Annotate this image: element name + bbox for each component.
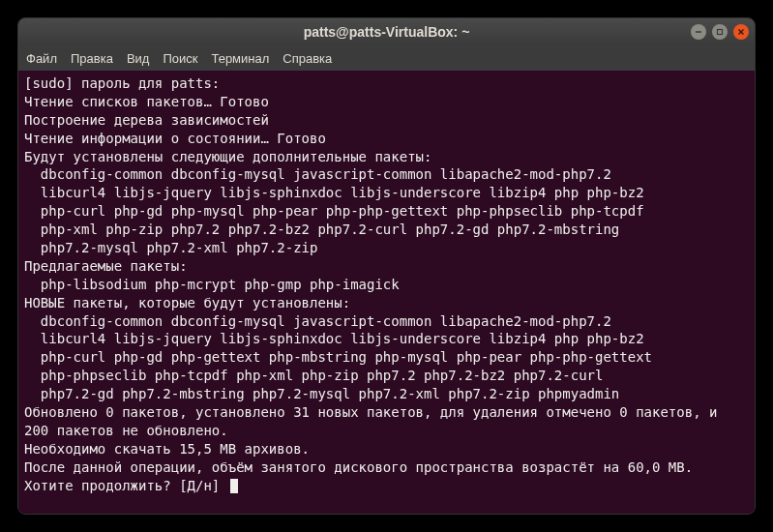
svg-rect-1 — [718, 30, 723, 35]
terminal-line: php-xml php-zip php7.2 php7.2-bz2 php7.2… — [24, 221, 749, 239]
terminal-line: php7.2-mysql php7.2-xml php7.2-zip — [24, 239, 749, 257]
terminal-line: dbconfig-common dbconfig-mysql javascrip… — [24, 165, 749, 184]
terminal-line: php-libsodium php-mcrypt php-gmp php-ima… — [24, 276, 749, 294]
terminal-line: Хотите продолжить? [Д/н] — [24, 477, 749, 495]
minimize-icon — [695, 28, 702, 36]
menu-terminal[interactable]: Терминал — [211, 51, 269, 66]
window-controls — [691, 24, 749, 40]
terminal-line: Обновлено 0 пакетов, установлено 31 новы… — [24, 403, 749, 440]
titlebar[interactable]: patts@patts-VirtualBox: ~ — [18, 18, 755, 45]
terminal-line: Построение дерева зависимостей — [24, 111, 749, 130]
terminal-line: Будут установлены следующие дополнительн… — [24, 148, 749, 166]
menu-edit[interactable]: Правка — [71, 51, 113, 66]
terminal-output[interactable]: [sudo] пароль для patts:Чтение списков п… — [18, 71, 755, 514]
close-icon — [737, 28, 745, 36]
menubar: Файл Правка Вид Поиск Терминал Справка — [18, 45, 755, 71]
terminal-line: Необходимо скачать 15,5 MB архивов. — [24, 440, 749, 458]
cursor — [230, 479, 238, 493]
terminal-line: Чтение списков пакетов… Готово — [24, 93, 749, 111]
maximize-button[interactable] — [712, 24, 728, 40]
terminal-line: php-phpseclib php-tcpdf php-xml php-zip … — [24, 367, 749, 385]
close-button[interactable] — [733, 24, 749, 40]
terminal-line: libcurl4 libjs-jquery libjs-sphinxdoc li… — [24, 184, 749, 202]
menu-help[interactable]: Справка — [282, 51, 332, 66]
menu-file[interactable]: Файл — [26, 51, 57, 66]
maximize-icon — [716, 28, 724, 36]
terminal-line: [sudo] пароль для patts: — [24, 74, 749, 93]
terminal-line: dbconfig-common dbconfig-mysql javascrip… — [24, 312, 749, 331]
menu-search[interactable]: Поиск — [163, 51, 197, 66]
terminal-line: Чтение информации о состоянии… Готово — [24, 130, 749, 148]
terminal-line: libcurl4 libjs-jquery libjs-sphinxdoc li… — [24, 330, 749, 348]
terminal-line: Предлагаемые пакеты: — [24, 257, 749, 276]
terminal-window: patts@patts-VirtualBox: ~ Файл Правка Ви… — [17, 17, 756, 515]
minimize-button[interactable] — [691, 24, 706, 40]
terminal-line: После данной операции, объём занятого ди… — [24, 458, 749, 477]
terminal-line: php-curl php-gd php-mysql php-pear php-p… — [24, 202, 749, 221]
terminal-line: НОВЫЕ пакеты, которые будут установлены: — [24, 294, 749, 312]
menu-view[interactable]: Вид — [127, 51, 150, 66]
terminal-line: php-curl php-gd php-gettext php-mbstring… — [24, 348, 749, 367]
window-title: patts@patts-VirtualBox: ~ — [304, 24, 470, 40]
terminal-line: php7.2-gd php7.2-mbstring php7.2-mysql p… — [24, 385, 749, 403]
